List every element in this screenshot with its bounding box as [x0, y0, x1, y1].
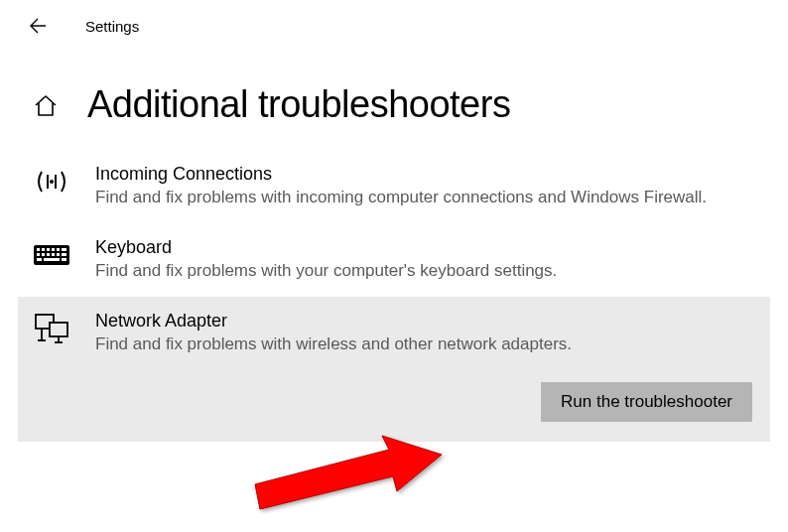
svg-rect-4 — [37, 248, 40, 251]
svg-point-2 — [50, 180, 54, 184]
run-button-row: Run the troubleshooter — [95, 382, 756, 422]
troubleshooter-desc: Find and fix problems with incoming comp… — [95, 187, 756, 209]
troubleshooter-title: Keyboard — [95, 237, 756, 258]
svg-rect-6 — [47, 248, 50, 251]
svg-rect-15 — [62, 253, 66, 256]
svg-rect-7 — [52, 248, 55, 251]
troubleshooter-list: Incoming Connections Find and fix proble… — [0, 150, 788, 442]
network-adapter-icon — [32, 313, 71, 344]
troubleshooter-text: Incoming Connections Find and fix proble… — [95, 164, 756, 209]
troubleshooter-text: Network Adapter Find and fix problems wi… — [95, 311, 756, 422]
keyboard-icon — [32, 239, 71, 271]
arrow-annotation-icon — [250, 435, 449, 518]
troubleshooter-desc: Find and fix problems with wireless and … — [95, 333, 756, 356]
svg-rect-13 — [52, 253, 55, 256]
page-title: Additional troubleshooters — [87, 83, 510, 126]
svg-rect-8 — [57, 248, 60, 251]
svg-rect-18 — [62, 258, 66, 261]
svg-rect-12 — [47, 253, 50, 256]
svg-rect-10 — [37, 253, 40, 256]
page-title-row: Additional troubleshooters — [0, 52, 788, 150]
troubleshooter-item-keyboard[interactable]: Keyboard Find and fix problems with your… — [18, 223, 770, 297]
troubleshooter-desc: Find and fix problems with your computer… — [95, 260, 756, 283]
svg-rect-5 — [42, 248, 45, 251]
wireless-icon — [32, 166, 71, 198]
svg-rect-17 — [44, 258, 60, 261]
svg-rect-14 — [57, 253, 60, 256]
troubleshooter-text: Keyboard Find and fix problems with your… — [95, 237, 756, 283]
troubleshooter-item-incoming-connections[interactable]: Incoming Connections Find and fix proble… — [18, 150, 770, 223]
troubleshooter-title: Incoming Connections — [95, 164, 756, 185]
run-troubleshooter-button[interactable]: Run the troubleshooter — [541, 382, 752, 422]
troubleshooter-item-network-adapter[interactable]: Network Adapter Find and fix problems wi… — [18, 297, 770, 442]
header: Settings — [0, 0, 788, 52]
back-icon[interactable] — [28, 16, 48, 36]
svg-rect-9 — [62, 248, 66, 251]
troubleshooter-title: Network Adapter — [95, 311, 756, 332]
svg-rect-20 — [50, 323, 67, 336]
svg-rect-16 — [37, 258, 42, 261]
svg-rect-11 — [42, 253, 45, 256]
home-icon[interactable] — [32, 91, 60, 119]
header-title: Settings — [85, 18, 139, 35]
